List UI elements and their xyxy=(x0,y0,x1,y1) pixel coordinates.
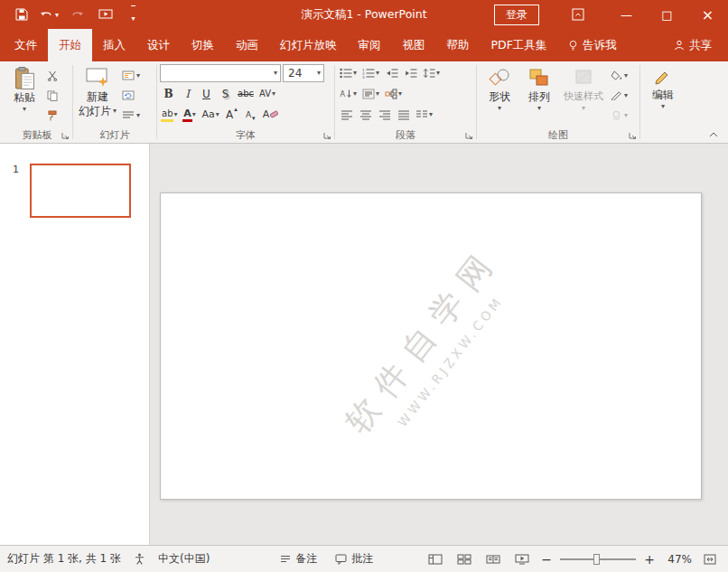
zoom-slider[interactable] xyxy=(560,558,636,560)
underline-button[interactable]: U xyxy=(198,85,215,102)
zoom-percentage[interactable]: 47% xyxy=(663,553,692,566)
align-center-button[interactable] xyxy=(357,106,374,123)
status-bar: 幻灯片 第 1 张, 共 1 张 中文(中国) 备注 批注 xyxy=(0,545,728,572)
font-dialog-launcher[interactable] xyxy=(323,132,332,141)
font-name-select[interactable] xyxy=(160,64,281,82)
chevron-down-icon xyxy=(429,111,433,118)
quick-styles-icon xyxy=(573,67,594,89)
tab-transitions[interactable]: 切换 xyxy=(181,29,225,61)
paste-button[interactable]: 粘贴 xyxy=(5,63,44,128)
copy-button[interactable] xyxy=(44,87,61,104)
slide-canvas[interactable]: 软件自学网 WWW.RJZXW.COM xyxy=(160,192,702,500)
clipboard-dialog-launcher[interactable] xyxy=(61,132,70,141)
bold-button[interactable]: B xyxy=(160,85,177,102)
eraser-icon xyxy=(270,110,278,118)
slideshow-view-button[interactable] xyxy=(510,549,533,570)
text-highlight-button[interactable]: ab xyxy=(160,106,180,123)
strikethrough-button[interactable]: abc xyxy=(236,85,256,102)
paragraph-dialog-launcher[interactable] xyxy=(465,132,474,141)
slide-counter[interactable]: 幻灯片 第 1 张, 共 1 张 xyxy=(7,551,121,567)
tab-pdf-tools[interactable]: PDF工具集 xyxy=(481,29,558,61)
section-button[interactable] xyxy=(119,107,143,124)
shape-effects-button[interactable] xyxy=(608,107,630,124)
save-button[interactable] xyxy=(7,0,35,29)
slide-thumbnail[interactable] xyxy=(30,164,131,218)
close-button[interactable]: × xyxy=(687,0,728,29)
chevron-down-icon xyxy=(353,70,357,77)
fit-slide-to-window-button[interactable] xyxy=(698,549,721,570)
tab-tell-me[interactable]: 告诉我 xyxy=(557,29,628,61)
character-spacing-button[interactable]: AV xyxy=(257,85,277,102)
arrange-button[interactable]: 排列 xyxy=(519,63,559,128)
text-direction-button[interactable]: A xyxy=(338,85,359,102)
tab-home[interactable]: 开始 xyxy=(48,29,92,61)
text-shadow-button[interactable]: S xyxy=(217,85,234,102)
reset-slide-button[interactable] xyxy=(119,87,143,104)
format-painter-button[interactable] xyxy=(44,107,61,124)
shape-fill-button[interactable] xyxy=(608,67,630,84)
columns-button[interactable] xyxy=(414,106,434,123)
clear-formatting-button[interactable]: A xyxy=(261,106,281,123)
collapse-ribbon-button[interactable] xyxy=(706,129,721,140)
bullets-button[interactable] xyxy=(338,64,359,81)
tab-animations[interactable]: 动画 xyxy=(225,29,269,61)
slide-layout-button[interactable] xyxy=(119,67,143,84)
align-center-icon xyxy=(359,109,372,120)
ribbon-display-options-icon xyxy=(572,8,584,21)
zoom-slider-thumb[interactable] xyxy=(593,554,600,565)
tab-share[interactable]: 共享 xyxy=(663,29,723,61)
drawing-small-buttons xyxy=(608,63,630,128)
zoom-out-button[interactable]: − xyxy=(539,549,554,570)
comments-button[interactable]: 批注 xyxy=(335,551,373,567)
grow-font-button[interactable]: A▴ xyxy=(223,106,240,123)
tab-review[interactable]: 审阅 xyxy=(348,29,392,61)
align-right-button[interactable] xyxy=(376,106,393,123)
slide-editing-area: 软件自学网 WWW.RJZXW.COM xyxy=(150,144,728,545)
notes-button[interactable]: 备注 xyxy=(280,551,317,567)
cut-button[interactable] xyxy=(44,67,61,84)
align-text-button[interactable] xyxy=(360,85,381,102)
language-button[interactable]: 中文(中国) xyxy=(158,551,210,567)
reading-view-button[interactable] xyxy=(481,549,504,570)
redo-button[interactable] xyxy=(63,0,91,29)
tab-file[interactable]: 文件 xyxy=(4,29,48,61)
align-left-button[interactable] xyxy=(338,106,355,123)
font-size-select[interactable]: 24 xyxy=(283,64,324,82)
undo-button[interactable]: ▾ xyxy=(35,0,63,29)
justify-button[interactable] xyxy=(395,106,412,123)
normal-view-button[interactable] xyxy=(424,549,446,570)
ribbon-display-options-button[interactable] xyxy=(563,0,593,29)
tab-slideshow[interactable]: 幻灯片放映 xyxy=(269,29,348,61)
maximize-button[interactable]: □ xyxy=(647,0,687,29)
increase-indent-icon xyxy=(405,68,417,79)
tab-insert[interactable]: 插入 xyxy=(92,29,136,61)
change-case-button[interactable]: Aa xyxy=(201,106,221,123)
shapes-button[interactable]: 形状 xyxy=(480,63,519,128)
font-color-button[interactable]: A xyxy=(182,106,199,123)
editing-button[interactable]: 编辑 xyxy=(643,63,683,128)
italic-button[interactable]: I xyxy=(179,85,196,102)
justify-icon xyxy=(397,109,410,120)
shrink-font-button[interactable]: A▾ xyxy=(242,106,259,123)
tab-design[interactable]: 设计 xyxy=(136,29,181,61)
decrease-indent-button[interactable] xyxy=(383,64,400,81)
sign-in-button[interactable]: 登录 xyxy=(494,5,539,25)
customize-quick-access-button[interactable]: ▾ xyxy=(119,0,147,29)
tab-view[interactable]: 视图 xyxy=(392,29,436,61)
slide-sorter-view-button[interactable] xyxy=(453,549,475,570)
scissors-icon xyxy=(47,70,58,81)
drawing-dialog-launcher[interactable] xyxy=(629,132,638,141)
new-slide-button[interactable]: 新建 幻灯片 xyxy=(76,63,119,128)
start-slideshow-button[interactable] xyxy=(91,0,119,29)
tab-help[interactable]: 帮助 xyxy=(436,29,481,61)
numbering-button[interactable]: 123 xyxy=(360,64,381,81)
convert-to-smartart-button[interactable] xyxy=(383,85,404,102)
line-spacing-button[interactable] xyxy=(421,64,442,81)
shape-outline-button[interactable] xyxy=(608,87,630,104)
minimize-button[interactable]: — xyxy=(606,0,647,29)
quick-styles-button[interactable]: 快速样式 xyxy=(559,63,608,128)
accessibility-checker-button[interactable] xyxy=(134,553,145,565)
zoom-in-button[interactable]: + xyxy=(642,549,657,570)
align-left-icon xyxy=(341,109,353,120)
increase-indent-button[interactable] xyxy=(402,64,419,81)
